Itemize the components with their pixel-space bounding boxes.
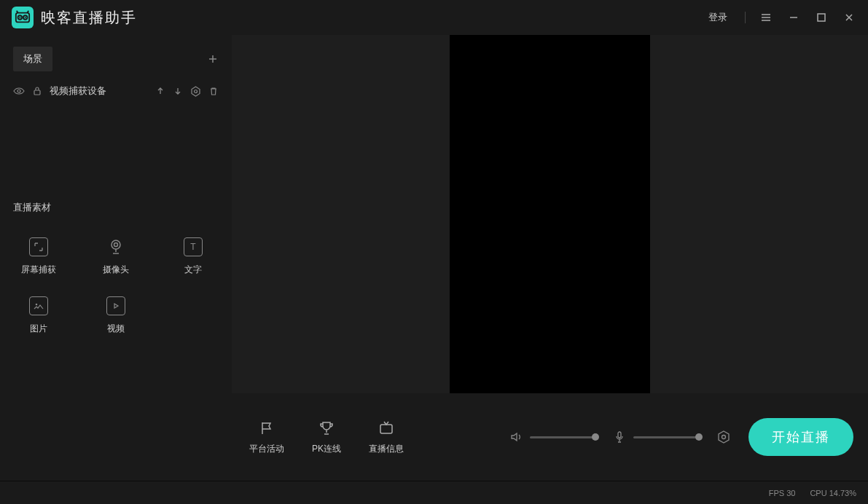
source-label: 摄像头 (103, 264, 129, 276)
app-logo (12, 7, 34, 28)
scene-item-name: 视频捕获设备 (50, 84, 148, 98)
audio-settings-button[interactable] (716, 430, 731, 444)
hamburger-icon (760, 12, 772, 23)
svg-rect-5 (818, 14, 825, 21)
lock-toggle[interactable] (32, 86, 42, 96)
trophy-icon (318, 420, 335, 437)
svg-point-4 (25, 17, 26, 18)
statusbar: FPS 30 CPU 14.73% (0, 481, 868, 504)
image-icon (29, 296, 48, 315)
source-label: 文字 (184, 264, 202, 276)
bottom-item-label: 直播信息 (369, 443, 404, 455)
gear-icon (716, 430, 731, 444)
svg-point-10 (114, 243, 118, 247)
eye-icon (13, 85, 25, 97)
source-camera[interactable]: 摄像头 (77, 227, 155, 286)
lock-icon (32, 86, 42, 96)
move-up-button[interactable] (155, 86, 165, 97)
svg-point-3 (19, 17, 20, 18)
mic-slider[interactable] (633, 436, 699, 438)
platform-activity-button[interactable]: 平台活动 (239, 420, 294, 455)
mic-volume-control (613, 430, 699, 444)
text-icon: T (184, 237, 203, 256)
bottom-item-label: 平台活动 (249, 443, 284, 455)
source-label: 视频 (107, 323, 125, 335)
svg-point-9 (112, 240, 120, 249)
source-image[interactable]: 图片 (0, 286, 77, 345)
source-screen-capture[interactable]: 屏幕捕获 (0, 227, 77, 286)
source-text[interactable]: T 文字 (155, 227, 232, 286)
sources-title: 直播素材 (0, 192, 232, 223)
source-video[interactable]: 视频 (77, 286, 155, 345)
svg-rect-7 (34, 90, 40, 95)
titlebar: 映客直播助手 登录 (0, 0, 868, 35)
speaker-slider[interactable] (530, 436, 595, 438)
preview-canvas[interactable] (232, 35, 868, 393)
login-link[interactable]: 登录 (708, 11, 727, 24)
bottom-bar: 平台活动 PK连线 直播信息 (232, 393, 868, 481)
start-stream-button[interactable]: 开始直播 (748, 418, 853, 456)
gear-icon (190, 86, 201, 97)
pk-button[interactable]: PK连线 (302, 420, 351, 455)
svg-point-6 (17, 90, 20, 92)
close-button[interactable] (842, 10, 856, 25)
sidebar: 场景 视频捕获设备 (0, 35, 232, 481)
scene-tab[interactable]: 场景 (13, 47, 52, 71)
close-icon (844, 12, 854, 23)
source-label: 屏幕捕获 (21, 264, 56, 276)
trash-icon (208, 86, 219, 96)
bottom-item-label: PK连线 (312, 443, 341, 455)
scene-header: 场景 (0, 35, 232, 77)
video-icon (106, 296, 125, 315)
add-scene-button[interactable] (207, 53, 219, 65)
svg-point-8 (195, 90, 198, 92)
cpu-display: CPU 14.73% (810, 489, 856, 497)
sources-section: 直播素材 屏幕捕获 摄像头 T (0, 192, 232, 481)
stream-info-button[interactable]: 直播信息 (359, 420, 414, 455)
mic-icon[interactable] (613, 430, 626, 444)
arrow-up-icon (155, 86, 165, 96)
minimize-button[interactable] (786, 10, 801, 25)
delete-item-button[interactable] (208, 86, 219, 97)
owl-icon (15, 9, 31, 25)
preview-content (450, 35, 650, 393)
preview-area: 平台活动 PK连线 直播信息 (232, 35, 868, 481)
move-down-button[interactable] (173, 86, 183, 97)
divider (745, 12, 746, 23)
arrow-down-icon (173, 86, 183, 96)
svg-rect-13 (618, 432, 621, 438)
camera-icon (106, 237, 125, 256)
maximize-button[interactable] (814, 10, 829, 25)
maximize-icon (816, 12, 826, 23)
settings-item-button[interactable] (190, 86, 201, 97)
minimize-icon (789, 12, 799, 23)
tv-icon (378, 420, 395, 437)
menu-button[interactable] (759, 10, 773, 25)
speaker-icon[interactable] (509, 430, 523, 444)
svg-point-11 (36, 304, 38, 306)
flag-icon (258, 420, 275, 437)
svg-point-14 (722, 436, 726, 439)
scene-item[interactable]: 视频捕获设备 (0, 77, 232, 105)
app-title: 映客直播助手 (41, 8, 137, 28)
svg-rect-12 (380, 425, 392, 433)
speaker-volume-control (509, 430, 595, 444)
screen-capture-icon (29, 237, 48, 256)
fps-display: FPS 30 (769, 489, 796, 497)
visibility-toggle[interactable] (13, 85, 25, 97)
source-label: 图片 (30, 323, 47, 335)
plus-icon (207, 53, 219, 65)
